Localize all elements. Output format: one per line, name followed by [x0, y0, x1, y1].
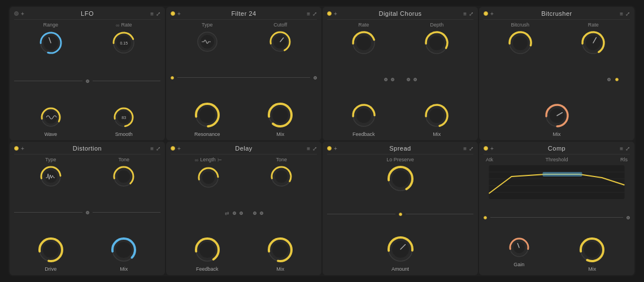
lfo-status-dot[interactable] — [14, 11, 19, 16]
lfo-wave-knob[interactable] — [40, 107, 62, 128]
chorus-status-dot[interactable] — [327, 11, 332, 16]
spread-amount-label: Amount — [391, 266, 409, 272]
spread-title: Spread — [337, 145, 463, 152]
bitcrusher-bitcrush-knob[interactable] — [508, 30, 533, 55]
bitcrusher-status-dot[interactable] — [484, 11, 488, 16]
comp-gain-knob[interactable] — [508, 237, 530, 258]
bitcrusher-menu-icon[interactable]: ≡ — [620, 11, 623, 17]
delay-tone-knob[interactable] — [270, 165, 293, 188]
distortion-drive-label: Drive — [45, 266, 56, 272]
delay-conn-dot1 — [233, 211, 236, 215]
distortion-mix-knob[interactable] — [111, 237, 137, 263]
chorus-depth-knob[interactable] — [424, 30, 449, 55]
chorus-rate-knob[interactable] — [351, 30, 376, 55]
bitcrusher-top-row: Bitcrush Rate — [484, 22, 630, 56]
comp-mix-knob[interactable] — [579, 237, 605, 263]
delay-menu-icon[interactable]: ≡ — [307, 146, 310, 152]
delay-conn-dot4 — [260, 211, 263, 215]
spread-amount-knob[interactable] — [387, 236, 414, 263]
comp-resize-icon[interactable]: ⤢ — [625, 146, 630, 152]
chorus-bottom-row: Feedback Mix — [327, 102, 473, 137]
spread-header: + Spread ≡ ⤢ — [327, 145, 473, 155]
lfo-top-row: Range ∞ Rate — [14, 22, 160, 56]
chorus-header-right: ≡ ⤢ — [463, 11, 473, 17]
chorus-feedback-knob[interactable] — [351, 103, 376, 128]
distortion-tone-label: Tone — [118, 157, 129, 162]
chorus-top-row: Rate Depth — [327, 22, 473, 56]
delay-mix-knob[interactable] — [267, 237, 293, 263]
svg-rect-84 — [543, 172, 582, 177]
delay-length-knob[interactable] — [197, 166, 220, 189]
delay-bottom-row: Feedback Mix — [171, 236, 317, 272]
lfo-rate-knob[interactable]: 0.15 — [111, 30, 136, 55]
delay-conn-dot3 — [253, 211, 256, 215]
distortion-conn-dot — [86, 211, 89, 214]
chorus-module: + Digital Chorus ≡ ⤢ Rate — [323, 7, 478, 140]
comp-menu-icon[interactable]: ≡ — [620, 146, 623, 152]
distortion-status-dot[interactable] — [14, 146, 19, 151]
delay-tone-group: Tone — [270, 157, 293, 189]
bitcrusher-rate-group: Rate — [581, 22, 606, 55]
comp-gain-group: Gain — [508, 237, 530, 272]
bitcrusher-header: + Bitcrusher ≡ ⤢ — [484, 10, 630, 20]
bitcrusher-resize-icon[interactable]: ⤢ — [625, 11, 630, 17]
comp-status-dot[interactable] — [484, 146, 488, 151]
comp-mix-group: Mix — [579, 237, 605, 272]
filter24-cutoff-knob[interactable] — [269, 30, 291, 53]
chorus-header: + Digital Chorus ≡ ⤢ — [327, 10, 473, 20]
svg-point-56 — [43, 242, 59, 258]
bitcrusher-rate-knob[interactable] — [581, 30, 606, 55]
distortion-mix-group: Mix — [111, 237, 137, 272]
distortion-module: + Distortion ≡ ⤢ Type — [10, 142, 165, 275]
chorus-depth-label: Depth — [430, 22, 443, 28]
bitcrusher-mix-label: Mix — [553, 131, 561, 137]
svg-point-24 — [272, 107, 288, 123]
comp-gain-label: Gain — [514, 262, 524, 267]
bitcrusher-bitcrush-label: Bitcrush — [511, 22, 529, 28]
chorus-feedback-label: Feedback — [353, 131, 375, 137]
delay-feedback-label: Feedback — [196, 266, 219, 272]
filter24-top-row: Type Cutoff — [171, 22, 317, 54]
lfo-resize-icon[interactable]: ⤢ — [156, 11, 160, 17]
chorus-resize-icon[interactable]: ⤢ — [469, 11, 473, 17]
delay-length-group: ∞ Length ⊢ — [195, 157, 222, 189]
filter24-status-dot[interactable] — [171, 11, 175, 16]
lfo-range-knob[interactable] — [38, 30, 63, 55]
bitcrusher-mix-knob[interactable] — [545, 103, 569, 128]
filter24-menu-icon[interactable]: ≡ — [307, 11, 310, 17]
comp-title: Comp — [494, 145, 620, 152]
distortion-menu-icon[interactable]: ≡ — [150, 146, 154, 152]
distortion-header-right: ≡ ⤢ — [150, 146, 160, 152]
delay-resize-icon[interactable]: ⤢ — [312, 146, 317, 152]
chorus-conn-dot1 — [384, 78, 388, 81]
delay-feedback-knob[interactable] — [194, 237, 220, 263]
filter24-mix-knob[interactable] — [267, 102, 293, 128]
spread-lopreserve-knob[interactable] — [387, 165, 414, 192]
distortion-type-knob[interactable] — [40, 165, 62, 188]
distortion-drive-knob[interactable] — [38, 237, 64, 263]
svg-point-27 — [356, 36, 371, 50]
delay-feedback-group: Feedback — [194, 237, 220, 272]
spread-status-dot[interactable] — [327, 146, 332, 151]
distortion-resize-icon[interactable]: ⤢ — [156, 146, 160, 152]
filter24-resonance-knob[interactable] — [194, 102, 220, 128]
svg-point-39 — [513, 36, 528, 50]
lfo-conn-dot — [86, 80, 89, 83]
distortion-tone-knob[interactable] — [112, 165, 135, 188]
spread-lopreserve-label: Lo Preserve — [386, 157, 414, 162]
lfo-smooth-knob[interactable]: 83 — [113, 107, 134, 128]
filter24-type-group: Type — [196, 22, 219, 53]
lfo-smooth-group: 83 Smooth — [113, 107, 134, 137]
filter24-conn-dot — [171, 76, 174, 80]
spread-menu-icon[interactable]: ≡ — [463, 146, 467, 152]
spread-resize-icon[interactable]: ⤢ — [469, 146, 473, 152]
lfo-wave-label: Wave — [44, 131, 57, 137]
lfo-rate-link-icon: ∞ — [116, 23, 119, 28]
filter24-type-knob[interactable] — [196, 30, 219, 53]
chorus-menu-icon[interactable]: ≡ — [463, 11, 467, 17]
delay-status-dot[interactable] — [171, 146, 175, 151]
lfo-menu-icon[interactable]: ≡ — [150, 11, 154, 17]
spread-amount-group: Amount — [387, 236, 414, 272]
chorus-mix-knob[interactable] — [424, 103, 449, 128]
filter24-resize-icon[interactable]: ⤢ — [312, 11, 317, 17]
